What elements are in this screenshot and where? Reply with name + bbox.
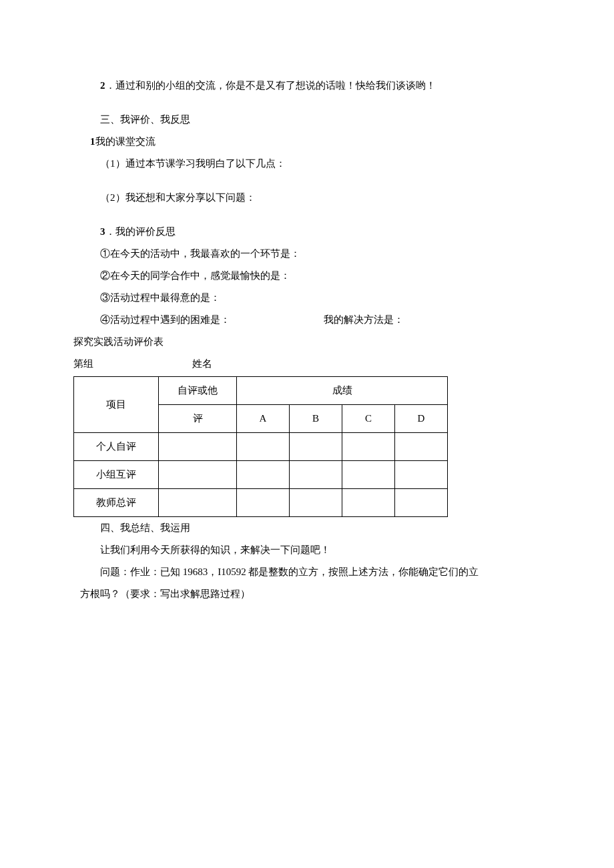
th-project: 项目 (74, 377, 159, 433)
row-self: 个人自评 (74, 433, 159, 461)
cell (237, 433, 290, 461)
s3-line1: ①在今天的活动中，我最喜欢的一个环节是： (80, 243, 534, 265)
q2-number: 2 (100, 80, 105, 91)
cell (159, 433, 237, 461)
document-page: 2．通过和别的小组的交流，你是不是又有了想说的话啦！快给我们谈谈哟！ 三、我评价… (0, 0, 614, 868)
cell (159, 489, 237, 517)
s4-line2b: 方根吗？（要求：写出求解思路过程） (80, 583, 534, 605)
cell (237, 489, 290, 517)
cell (159, 461, 237, 489)
cell (290, 489, 342, 517)
evaluation-table: 项目 自评或他 成绩 评 A B C D 个人自评 小组互评 (73, 376, 448, 517)
th-score: 成绩 (237, 377, 448, 405)
evaluation-table-block: 探究实践活动评价表 第组 姓名 项目 自评或他 成绩 评 A B C D 个人自… (73, 331, 534, 517)
cell (342, 433, 395, 461)
cell (342, 489, 395, 517)
s3-line4a: ④活动过程中遇到的困难是： (80, 309, 230, 331)
table-row: 小组互评 (74, 461, 448, 489)
section-4-heading: 四、我总结、我运用 (80, 517, 534, 539)
table-header-row-1: 项目 自评或他 成绩 (74, 377, 448, 405)
table-row: 个人自评 (74, 433, 448, 461)
cell (290, 461, 342, 489)
th-grade-d: D (395, 405, 448, 433)
s3-item3-num: 3 (100, 226, 105, 237)
s3-item3-label: ．我的评价反思 (105, 226, 176, 237)
cell (395, 433, 448, 461)
row-teacher: 教师总评 (74, 489, 159, 517)
cell (395, 461, 448, 489)
eval-table-title: 探究实践活动评价表 (73, 331, 534, 353)
s4-line2a: 问题：作业：已知 19683，I10592 都是整数的立方，按照上述方法，你能确… (80, 561, 534, 583)
th-grade-b: B (290, 405, 342, 433)
q2-text: ．通过和别的小组的交流，你是不是又有了想说的话啦！快给我们谈谈哟！ (105, 80, 436, 91)
section-3-heading: 三、我评价、我反思 (80, 109, 534, 131)
group-prefix: 第组 (73, 358, 93, 369)
s3-sub1: （1）通过本节课学习我明白了以下几点： (80, 153, 534, 175)
th-grade-a: A (237, 405, 290, 433)
cell (290, 433, 342, 461)
name-label: 姓名 (192, 358, 212, 369)
cell (237, 461, 290, 489)
s3-line4b: 我的解决方法是： (304, 309, 404, 331)
s3-item1-num: 1 (90, 136, 95, 147)
cell (342, 461, 395, 489)
s3-item1: 1我的课堂交流 (80, 131, 534, 153)
th-eval-l1: 自评或他 (159, 377, 237, 405)
th-eval-l2: 评 (159, 405, 237, 433)
s3-sub2: （2）我还想和大家分享以下问题： (80, 187, 534, 209)
question-2: 2．通过和别的小组的交流，你是不是又有了想说的话啦！快给我们谈谈哟！ (80, 75, 534, 97)
eval-group-line: 第组 姓名 (73, 353, 534, 375)
th-grade-c: C (342, 405, 395, 433)
s3-line3: ③活动过程中最得意的是： (80, 287, 534, 309)
s3-line2: ②在今天的同学合作中，感觉最愉快的是： (80, 265, 534, 287)
s3-item3: 3．我的评价反思 (80, 221, 534, 243)
s4-line1: 让我们利用今天所获得的知识，来解决一下问题吧！ (80, 539, 534, 561)
cell (395, 489, 448, 517)
row-group: 小组互评 (74, 461, 159, 489)
table-row: 教师总评 (74, 489, 448, 517)
s3-item1-label: 我的课堂交流 (95, 136, 156, 147)
